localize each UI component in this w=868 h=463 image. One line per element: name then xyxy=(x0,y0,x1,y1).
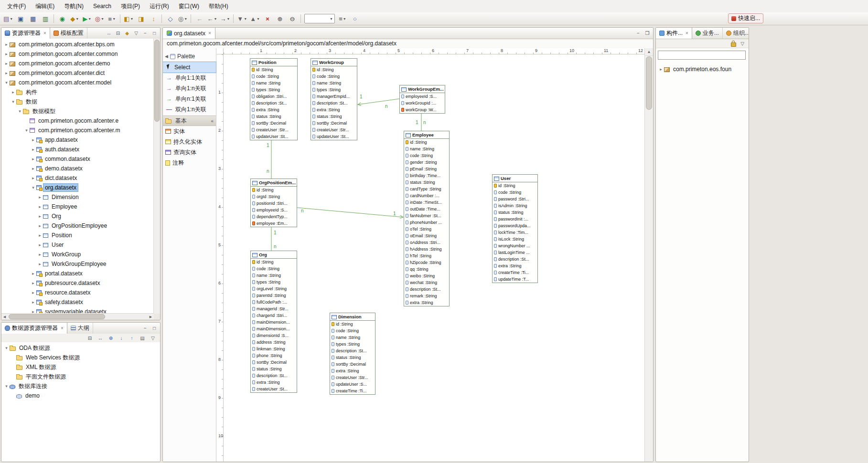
relation-line-3[interactable] xyxy=(297,208,403,217)
explorer-row-17[interactable]: ▸Employee xyxy=(1,202,154,211)
explorer-row-19[interactable]: ▸OrgPositionEmployee xyxy=(1,221,154,231)
explorer-row-2[interactable]: ▸com.primeton.gocom.afcenter.demo xyxy=(1,59,154,68)
focus-icon[interactable]: ◆ xyxy=(123,30,131,37)
sync-package-icon[interactable]: ◨ xyxy=(135,13,147,24)
deploy-package-icon[interactable]: ◧▼ xyxy=(123,13,134,24)
menu-item-7[interactable]: 帮助(H) xyxy=(204,1,233,12)
entity-field[interactable]: description :St... xyxy=(250,100,297,106)
zoom-out-icon[interactable]: ⊖ xyxy=(287,13,298,24)
chevron-right-icon[interactable]: ▸ xyxy=(37,262,43,266)
entity-field[interactable]: gender :String xyxy=(404,159,449,166)
entity-field[interactable]: managerEmpId... xyxy=(311,93,357,100)
entity-field[interactable]: fanNubmer :St... xyxy=(404,212,449,219)
explorer-row-8[interactable]: com.primeton.gocom.afcenter.e xyxy=(1,116,154,126)
chevron-right-icon[interactable]: ▸ xyxy=(30,147,36,152)
entity-field[interactable]: createTime :Ti... xyxy=(330,388,375,394)
entity-field[interactable]: description :St... xyxy=(330,347,375,354)
entity-field[interactable]: dependentTyp... xyxy=(251,213,297,220)
entity-field[interactable]: status :String xyxy=(493,209,537,216)
chevron-right-icon[interactable]: ▸ xyxy=(30,281,36,285)
explorer-row-25[interactable]: ▸pubresource.datasetx xyxy=(1,278,154,288)
editor-tab-org-datasetx[interactable]: org.datasetx × xyxy=(163,28,215,39)
chevron-right-icon[interactable]: ▸ xyxy=(3,71,10,75)
explorer-row-3[interactable]: ▸com.primeton.gocom.afcenter.dict xyxy=(1,68,154,78)
menu-item-4[interactable]: 项目(P) xyxy=(117,1,144,12)
coverage-icon[interactable]: ◎▼ xyxy=(94,13,105,24)
explorer-row-5[interactable]: ▸构件 xyxy=(1,87,154,97)
entity-WorkGroup[interactable]: WorkGroupid :Stringcode :Stringname :Str… xyxy=(311,58,357,140)
relation-1-n-tool[interactable]: →单向1:n关联 xyxy=(163,83,216,94)
chevron-right-icon[interactable]: ▸ xyxy=(37,214,43,219)
explorer-row-13[interactable]: ▸demo.datasetx xyxy=(1,164,154,173)
zoom-in-icon[interactable]: ⊕ xyxy=(274,13,286,24)
entity-Dimension[interactable]: Dimensionid :Stringcode :Stringname :Str… xyxy=(330,313,375,395)
entity-field[interactable]: cardType :String xyxy=(404,186,449,192)
last-edit-location-icon[interactable]: ← xyxy=(193,13,205,24)
entity-field[interactable]: orgLevel :String xyxy=(251,285,297,292)
new-connection-icon[interactable]: ⊕ xyxy=(107,334,115,342)
chevron-down-icon[interactable]: ▾ xyxy=(23,128,30,133)
chevron-down-icon[interactable]: ▾ xyxy=(3,384,10,389)
relation-line-1[interactable] xyxy=(358,99,399,105)
chevron-right-icon[interactable]: ▸ xyxy=(37,252,43,257)
query-entity-tool[interactable]: 查询实体 xyxy=(163,147,216,158)
entity-field[interactable]: updateUser :St... xyxy=(250,133,297,140)
entity-field[interactable]: id :String xyxy=(404,139,449,146)
entity-field[interactable]: id :String xyxy=(250,66,297,73)
collapse-palette-icon[interactable]: ◀ xyxy=(165,54,168,59)
next-annotation-icon[interactable]: ▼▼ xyxy=(236,13,248,24)
chevron-down-icon[interactable]: ▾ xyxy=(3,346,10,350)
entity-Org[interactable]: Orgid :Stringcode :Stringname :Stringtyp… xyxy=(250,251,297,393)
minimize-icon[interactable]: − xyxy=(141,30,149,37)
chevron-right-icon[interactable]: ▸ xyxy=(3,52,10,56)
entity-field[interactable]: status :String xyxy=(330,354,375,361)
entity-field[interactable]: name :String xyxy=(311,80,357,86)
update-icon[interactable]: ↕ xyxy=(148,13,159,24)
explorer-row-7[interactable]: ▾数据模型 xyxy=(1,106,154,116)
datasource-row-3[interactable]: 平面文件数据源 xyxy=(1,372,160,381)
save-all-icon[interactable]: ▦ xyxy=(27,13,39,24)
menu-item-5[interactable]: 运行(R) xyxy=(145,1,173,12)
chevron-right-icon[interactable]: ▸ xyxy=(30,176,36,180)
chevron-right-icon[interactable]: ▸ xyxy=(30,166,36,171)
diagram-canvas[interactable]: 1n1n1nn11n Positionid :Stringcode :Strin… xyxy=(224,54,645,462)
chevron-right-icon[interactable]: ▸ xyxy=(37,204,43,209)
entity-field[interactable]: remark :String xyxy=(404,293,449,299)
delete-icon[interactable]: × xyxy=(262,13,273,24)
chevron-right-icon[interactable]: ▸ xyxy=(10,90,16,95)
note-tool[interactable]: 注释 xyxy=(163,158,216,168)
zoom-level-combo[interactable]: ▼ xyxy=(304,14,335,23)
explorer-row-1[interactable]: ▸com.primeton.gocom.afcenter.common xyxy=(1,49,154,59)
entity-field[interactable]: mainDimension... xyxy=(251,319,297,326)
forward-icon[interactable]: →▼ xyxy=(219,13,231,24)
chevron-down-icon[interactable]: ▾ xyxy=(3,80,10,85)
entity-field[interactable]: extra :String xyxy=(330,368,375,374)
entity-field[interactable]: inDate :TimeSt... xyxy=(404,199,449,206)
entity-field[interactable]: extra :String xyxy=(493,263,537,269)
entity-field[interactable]: id :String xyxy=(251,259,297,265)
new-service-icon[interactable]: ◆▼ xyxy=(69,13,80,24)
explorer-row-16[interactable]: ▸Dimension xyxy=(1,192,154,202)
entity-field[interactable]: updateTime :T... xyxy=(493,276,537,283)
find-diagram-icon[interactable]: ○ xyxy=(349,13,361,24)
explorer-row-18[interactable]: ▸Org xyxy=(1,211,154,221)
link-with-editor-icon[interactable]: ↔ xyxy=(105,30,113,37)
entity-Position[interactable]: Positionid :Stringcode :Stringname :Stri… xyxy=(250,58,298,140)
minimize-icon[interactable]: − xyxy=(141,325,149,332)
relation-1-1-tool[interactable]: →单向1:1关联 xyxy=(163,73,216,83)
datasource-row-0[interactable]: ▾ODA 数据源 xyxy=(1,343,160,353)
relation-bidir-1-n-tool[interactable]: —双向1:n关联 xyxy=(163,104,216,115)
explorer-row-10[interactable]: ▸app.datasetx xyxy=(1,135,154,145)
scroll-up-icon[interactable]: ▲ xyxy=(645,48,653,56)
explorer-row-20[interactable]: ▸Position xyxy=(1,231,154,240)
entity-field[interactable]: passwordUpda... xyxy=(493,222,537,229)
entity-field[interactable]: workGroup :W... xyxy=(400,106,445,113)
entity-field[interactable]: phone :String xyxy=(251,352,297,359)
filter-input[interactable] xyxy=(658,51,746,60)
chevron-down-icon[interactable]: ▾ xyxy=(30,185,36,190)
entity-field[interactable]: lockTime :Tim... xyxy=(493,229,537,236)
entity-field[interactable]: orgId :String xyxy=(251,193,297,200)
entity-field[interactable]: workGroupId :... xyxy=(400,100,445,106)
explorer-row-26[interactable]: ▸resource.datasetx xyxy=(1,288,154,297)
explorer-row-21[interactable]: ▸User xyxy=(1,240,154,250)
